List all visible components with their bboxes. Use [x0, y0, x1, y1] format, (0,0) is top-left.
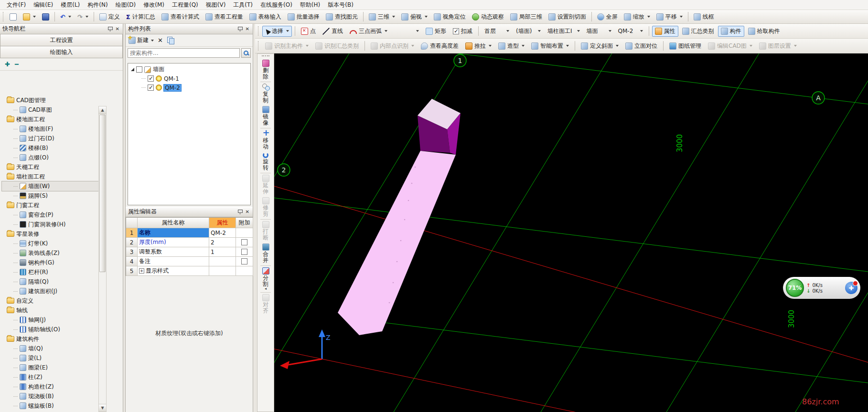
pick-component-button[interactable]: 拾取构件 [745, 26, 783, 37]
property-value-cell[interactable] [209, 266, 236, 276]
menu-item[interactable]: 编辑(E) [30, 0, 57, 10]
component-checkbox[interactable] [148, 75, 154, 82]
tree-item[interactable]: 钢构件(G) [2, 258, 107, 267]
menu-item[interactable]: 在线服务(O) [257, 0, 296, 10]
tree-item[interactable]: 墙面(W) [2, 181, 107, 191]
close-icon[interactable]: ✕ [115, 26, 120, 32]
property-value-cell[interactable] [209, 257, 236, 266]
menu-item[interactable]: 帮助(H) [296, 0, 324, 10]
tab-drawing-input[interactable]: 绘图输入 [0, 46, 123, 58]
property-name-cell[interactable]: 备注 [138, 257, 209, 266]
smart-layout-button[interactable]: 智能布置 [528, 41, 572, 52]
menu-item[interactable]: 楼层(L) [57, 0, 84, 10]
batch-select-button[interactable]: 批量选择 [285, 11, 322, 22]
tree-folder[interactable]: 墙柱面工程 [2, 172, 107, 181]
menu-item[interactable]: 文件(F) [3, 0, 30, 10]
edit-tool-trim[interactable]: 修剪 [257, 196, 274, 219]
tree-item[interactable]: 踢脚(S) [2, 191, 107, 201]
edit-tool-align[interactable]: 对齐 [257, 293, 274, 316]
property-value-cell[interactable]: QM-2 [209, 228, 236, 238]
copy-component-button[interactable] [167, 37, 174, 44]
zoom-button[interactable]: 缩放 [621, 11, 653, 22]
network-monitor-widget[interactable]: 71% ↑0K/s ↓0K/s ✚ [783, 277, 860, 299]
property-name-cell[interactable]: 调整系数 [138, 247, 209, 257]
property-value-cell[interactable]: 2 [209, 238, 236, 247]
fullscreen-button[interactable]: 全屏 [594, 11, 621, 22]
drag-handle-icon[interactable] [258, 41, 259, 51]
property-name-cell[interactable]: 名称 [138, 228, 209, 238]
component-row-selected[interactable]: QM-2 [131, 83, 250, 92]
identify-summary-button[interactable]: 识别汇总类别 [312, 41, 362, 52]
tree-folder[interactable]: 建筑构件 [2, 334, 107, 344]
find-element-button[interactable]: 查找图元 [323, 11, 361, 22]
tree-item[interactable]: 建筑面积(J) [2, 286, 107, 296]
menu-item[interactable]: 构件(N) [84, 0, 111, 10]
define-button[interactable]: 定义 [96, 11, 123, 22]
summary-category-button[interactable]: 汇总类别 [679, 26, 717, 37]
tree-item[interactable]: 圈梁(E) [2, 363, 107, 372]
drag-handle-icon[interactable] [3, 12, 4, 21]
edit-tool-merge[interactable]: 合并 [257, 243, 274, 265]
group-checkbox[interactable] [136, 66, 142, 73]
cube-3d-button[interactable]: 三维 [366, 11, 398, 22]
nav-tree-scrollbar[interactable]: ▲ ▼ [98, 106, 107, 412]
attach-checkbox[interactable] [241, 239, 247, 245]
pin-icon[interactable] [237, 209, 243, 215]
wireframe-button[interactable]: 线框 [691, 11, 717, 22]
dropdown-QM-2[interactable]: QM-2 [615, 26, 646, 36]
collapse-all-icon[interactable]: ━ [15, 61, 19, 68]
table-input-button[interactable]: 表格输入 [246, 11, 284, 22]
edit-tool-copy-tool[interactable]: 复制 [257, 83, 274, 105]
pan-button[interactable]: 平移 [654, 11, 686, 22]
elevation-align-button[interactable]: 立面对位 [622, 41, 660, 52]
tree-folder[interactable]: 轴线 [2, 306, 107, 315]
undo-button[interactable]: ↶ [57, 12, 74, 22]
edit-tool-split[interactable]: 分割◂ [257, 266, 274, 292]
point-button[interactable]: 点 [298, 26, 319, 37]
tree-item[interactable]: CAD草图 [2, 105, 107, 115]
search-input[interactable] [128, 48, 240, 58]
open-file-button[interactable] [20, 12, 39, 22]
component-button[interactable]: 构件 [718, 26, 744, 37]
component-checkbox[interactable] [148, 85, 154, 91]
drawing-canvas[interactable]: 1 2 A 3000 3000 Z 71% ↑0K/s [274, 53, 868, 412]
redo-button[interactable]: ↷ [75, 12, 91, 22]
property-name-cell[interactable]: +显示样式 [138, 266, 209, 276]
drag-handle-icon[interactable] [258, 26, 259, 36]
dropdown-首层[interactable]: 首层 [482, 26, 512, 37]
layer-settings-button[interactable]: 图层设置 [756, 41, 800, 52]
properties-button[interactable]: 属性 [652, 26, 678, 37]
arc-button[interactable]: 三点画弧 [347, 26, 390, 37]
define-slope-button[interactable]: 定义斜面 [578, 41, 622, 52]
edit-tool-mirror[interactable]: 镜像 [257, 105, 274, 127]
tree-folder[interactable]: 楼地面工程 [2, 115, 107, 124]
checkbox-扣减[interactable]: 扣减 [450, 26, 475, 37]
delete-component-button[interactable]: ✕ [158, 37, 163, 44]
local-3d-button[interactable]: 局部三维 [507, 11, 545, 22]
edit-tool-rotate[interactable]: 旋转 [257, 151, 274, 172]
tree-item[interactable]: 柱(Z) [2, 372, 107, 382]
expand-all-icon[interactable]: ✚ [5, 61, 10, 68]
dropdown-blank[interactable] [391, 29, 422, 33]
view-formula-button[interactable]: 查看计算式 [159, 11, 202, 22]
component-group-row[interactable]: 墙面 [131, 65, 250, 74]
tree-folder[interactable]: 门窗工程 [2, 201, 107, 210]
property-value-cell[interactable]: 1 [209, 247, 236, 257]
wall-3d-object[interactable] [338, 99, 461, 335]
tree-item[interactable]: 隔墙(Q) [2, 277, 107, 286]
save-button[interactable] [39, 12, 52, 22]
attach-checkbox[interactable] [241, 249, 247, 255]
top-view-button[interactable]: 俯视 [398, 11, 430, 22]
tree-folder[interactable]: 零星装修 [2, 229, 107, 239]
pin-icon[interactable] [107, 26, 113, 32]
expand-icon[interactable]: + [139, 268, 144, 274]
view-quantity-button[interactable]: 查看工程量 [203, 11, 246, 22]
view-locate-button[interactable]: 视角定位 [431, 11, 469, 22]
edit-cad-button[interactable]: 编辑CAD图 [705, 41, 755, 52]
tree-item[interactable]: 门窗洞装修(H) [2, 220, 107, 229]
edit-tool-break[interactable]: 打断 [257, 220, 274, 243]
scroll-up-icon[interactable]: ▲ [99, 106, 106, 114]
tree-item[interactable]: 点缀(O) [2, 153, 107, 162]
tree-item[interactable]: 楼梯(B) [2, 143, 107, 153]
new-component-button[interactable]: 新建 [129, 36, 154, 44]
